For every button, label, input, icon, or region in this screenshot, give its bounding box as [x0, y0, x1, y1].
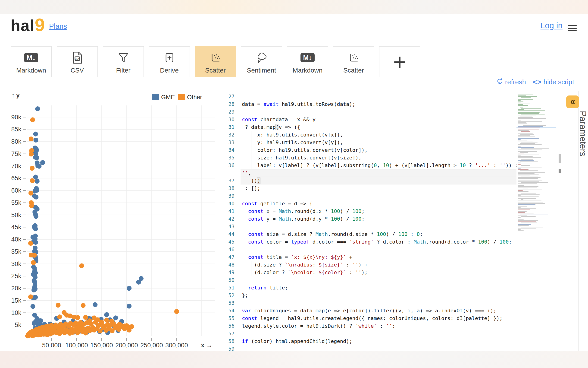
scatter-plot: 5k10k15k20k25k30k35k40k45k50k55k60k65k70… [7, 92, 216, 351]
csv-icon: CSV [57, 51, 97, 65]
y-tick-label: 25k [11, 273, 21, 279]
legend-label-other: Other [187, 94, 202, 101]
toolbar-step-derive-3[interactable]: Derive [149, 46, 190, 77]
y-tick-label: 85k [11, 126, 21, 133]
line-number: 34 [220, 146, 235, 154]
hide-script-button[interactable]: <> hide script [533, 78, 574, 86]
line-number: 58 [220, 337, 235, 345]
code-line-44: 44 const size = d.size ? Math.round(d.si… [220, 230, 563, 238]
x-tick-label: 100,000 [65, 342, 88, 349]
line-number: 36 [220, 162, 235, 169]
refresh-icon [496, 78, 503, 86]
code-line-43: 43 [220, 223, 563, 230]
editor-minimap[interactable] [517, 94, 556, 238]
markdown-icon: M↓ [11, 51, 51, 65]
code-line-40: 40const getTitle = d => { [220, 200, 563, 207]
code-line-32: 32 x: hal9.utils.convert(v[x]), [220, 131, 563, 138]
line-number: 44 [220, 230, 235, 238]
hal9-logo[interactable]: hal9 [11, 16, 45, 34]
code-line-49: 49 (d.color ? `\ncolor: ${color}` : ''); [220, 269, 563, 276]
y-axis-label: ↑ y [12, 92, 20, 99]
y-tick-label: 65k [11, 175, 21, 182]
legend-label-gme: GME [161, 94, 175, 101]
code-line-48: 48 (d.size ? `\nradius: ${size}` : '') + [220, 261, 563, 269]
line-number: 47 [220, 253, 235, 261]
login-link[interactable]: Log in [541, 21, 562, 30]
y-tick-label: 55k [11, 199, 21, 206]
code-line-36: 36 label: v[label] ? (v[label].substring… [220, 162, 563, 169]
svg-text:CSV: CSV [75, 57, 80, 60]
y-tick-label: 45k [11, 224, 21, 230]
derive-icon [149, 51, 190, 65]
y-tick-label: 80k [11, 138, 21, 145]
y-tick-label: 15k [11, 297, 21, 304]
code-line-34: 34 color: hal9.utils.convert(v[color]), [220, 146, 563, 154]
line-number: 29 [220, 108, 235, 116]
x-tick-label: 300,000 [165, 342, 188, 349]
code-editor[interactable]: 2728data = await hal9.utils.toRows(data)… [220, 91, 563, 351]
code-icon: <> [533, 78, 542, 86]
code-line-29: 29 [220, 108, 563, 116]
hide-script-label: hide script [544, 78, 574, 86]
y-tick-label: 30k [11, 260, 21, 267]
editor-scrollbar[interactable] [558, 91, 561, 351]
toolbar-step-markdown-0[interactable]: M↓Markdown [11, 46, 52, 77]
line-number: 39 [220, 192, 235, 200]
code-line-51: 51 return title; [220, 284, 563, 292]
code-line-50: 50 [220, 276, 563, 284]
y-tick-label: 20k [11, 285, 21, 292]
line-number: 27 [220, 93, 235, 100]
expand-parameters-button[interactable]: « [566, 95, 579, 108]
toolbar-step-markdown-6[interactable]: M↓Markdown [287, 46, 328, 77]
step-label: CSV [57, 67, 97, 74]
bottom-accent-bar [0, 351, 588, 368]
code-line-45: 45 const color = typeof d.color === 'str… [220, 238, 563, 246]
step-label: Markdown [287, 67, 328, 74]
line-number: 53 [220, 299, 235, 307]
scrollbar-thumb[interactable] [559, 154, 561, 163]
y-tick-label: 90k [11, 114, 21, 121]
code-line-33: 33 y: hal9.utils.convert(v[y]), [220, 138, 563, 146]
markdown-icon: M↓ [287, 51, 328, 65]
line-number: 49 [220, 269, 235, 276]
line-number: 33 [220, 138, 235, 146]
sentiment-icon [241, 51, 282, 65]
menu-icon[interactable] [568, 24, 577, 33]
code-line-53: 53 [220, 299, 563, 307]
legend-swatch-other [178, 94, 185, 100]
code-line-28: 28data = await hal9.utils.toRows(data); [220, 100, 563, 108]
y-tick-label: 70k [11, 163, 21, 170]
toolbar-step-scatter-4[interactable]: Scatter [195, 46, 236, 77]
y-tick-label: 35k [11, 248, 21, 255]
line-number: 48 [220, 261, 235, 269]
line-number: 46 [220, 246, 235, 253]
step-label: Derive [149, 67, 190, 74]
line-number: 32 [220, 131, 235, 138]
x-tick-label: 50,000 [42, 342, 61, 349]
scatter-icon [333, 51, 374, 65]
code-line-39: 39 [220, 192, 563, 200]
toolbar-step-scatter-7[interactable]: Scatter [333, 46, 374, 77]
line-number: 50 [220, 276, 235, 284]
line-number: 31 [220, 123, 235, 131]
refresh-label: refresh [505, 78, 526, 86]
line-number: 35 [220, 154, 235, 162]
step-label: Scatter [195, 67, 236, 74]
code-line-38: 38 : []; [220, 184, 563, 192]
code-line-30: 30const chartdata = x && y [220, 116, 563, 123]
code-line-56: 56legend.style.color = hal9.isDark() ? '… [220, 322, 563, 330]
toolbar-step-filter-2[interactable]: Filter [103, 46, 144, 77]
plans-link[interactable]: Plans [49, 22, 67, 31]
filter-icon [103, 51, 143, 65]
refresh-button[interactable]: refresh [496, 78, 526, 86]
top-accent-strip [0, 0, 588, 14]
step-label: Sentiment [241, 67, 282, 74]
toolbar-step-csv-1[interactable]: CSVCSV [57, 46, 98, 77]
line-number: 38 [220, 184, 235, 192]
line-number: 52 [220, 292, 235, 299]
code-line-47: 47 const title = `x: ${x}\ny: ${y}` + [220, 253, 563, 261]
add-step-button[interactable]: + [379, 46, 420, 77]
toolbar-step-sentiment-5[interactable]: Sentiment [241, 46, 282, 77]
scrollbar-marker [559, 169, 561, 173]
code-line-35: 35 size: hal9.utils.convert(v[size]), [220, 154, 563, 162]
